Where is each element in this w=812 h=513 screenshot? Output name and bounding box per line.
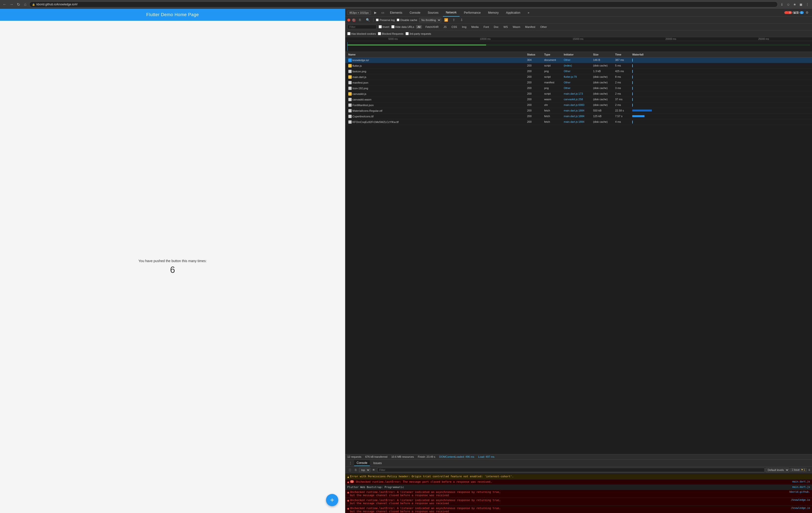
profile-icon[interactable]: ☺ [786, 2, 791, 7]
hide-data-urls-label[interactable]: Hide data URLs [391, 25, 414, 28]
filter-tag-css[interactable]: CSS [450, 25, 459, 29]
table-row[interactable]: KFOmCnqEu92Fr1Me5WZLCzYlKw.ttf 200 fetch… [345, 119, 812, 125]
header-time[interactable]: Time [614, 53, 631, 57]
search-icon[interactable]: 🔍 [365, 17, 371, 23]
tab-memory[interactable]: Memory [485, 9, 501, 17]
tab-console[interactable]: Console [407, 9, 423, 17]
console-menu-icon[interactable]: ⋮ [347, 460, 353, 466]
tab-network[interactable]: Network [443, 9, 460, 17]
star-icon[interactable]: ★ [792, 2, 797, 7]
issue-badge[interactable]: 1 Issue: ⚑ 1 [790, 468, 807, 472]
third-party-label[interactable]: 3rd-party requests [406, 32, 431, 35]
blocked-requests-label[interactable]: Blocked Requests [378, 32, 404, 35]
filter-tag-doc[interactable]: Doc [492, 25, 500, 29]
reload-button[interactable]: ↻ [16, 2, 21, 7]
invert-checkbox[interactable] [379, 25, 382, 28]
clear-button[interactable]: 🚫 [352, 19, 355, 22]
preserve-log-label[interactable]: Preserve log [376, 19, 395, 22]
console-content[interactable]: ▲ Error with Permissions-Policy header: … [345, 473, 812, 513]
hide-data-urls-checkbox[interactable] [391, 25, 395, 28]
has-blocked-cookies-checkbox[interactable] [347, 32, 350, 35]
header-type[interactable]: Type [543, 53, 563, 57]
extensions-icon[interactable]: ◼ [798, 2, 804, 7]
cell-initiator[interactable]: main.dart.js:1884 [563, 109, 592, 113]
filter-tag-manifest[interactable]: Manifest [524, 25, 537, 29]
blocked-requests-checkbox[interactable] [378, 32, 381, 35]
forward-button[interactable]: → [9, 2, 14, 7]
header-initiator[interactable]: Initiator [563, 53, 592, 57]
filter-input[interactable] [347, 25, 377, 29]
table-row[interactable]: canvaskit.js 200 script main.dart.js:173… [345, 91, 812, 97]
table-row[interactable]: manifest.json 200 manifest Other (disk c… [345, 80, 812, 86]
filter-tag-wasm[interactable]: Wasm [511, 25, 522, 29]
console-source-1[interactable]: main.dart.js [792, 480, 810, 483]
inspect-icon[interactable]: ▶ [373, 10, 378, 16]
address-bar[interactable]: 🔒 kborid.github.io/knowledge.io/#/ [29, 1, 778, 7]
disable-cache-checkbox[interactable] [397, 19, 399, 21]
cell-initiator[interactable]: flutter.js:79 [563, 75, 592, 79]
console-source-4[interactable]: /knowledge.io [791, 499, 810, 501]
console-tab-console[interactable]: Console [354, 460, 370, 466]
home-button[interactable]: ⌂ [23, 2, 28, 7]
throttle-select[interactable]: No throttling [419, 18, 441, 22]
console-filter-input[interactable] [377, 468, 764, 472]
levels-select[interactable]: Default levels [765, 468, 789, 472]
filter-tag-js[interactable]: JS [442, 25, 448, 29]
table-row[interactable]: Icon-192.png 200 png Other (disk cache) … [345, 86, 812, 91]
filter-tag-img[interactable]: Img [461, 25, 468, 29]
settings-gear-icon[interactable]: ⚙ [804, 10, 810, 16]
header-status[interactable]: Status [526, 53, 543, 57]
table-row[interactable]: favicon.png 200 png Other 1.3 kB 425 ms [345, 69, 812, 74]
tab-performance[interactable]: Performance [461, 9, 484, 17]
cell-initiator[interactable]: Other [563, 58, 592, 62]
tab-elements[interactable]: Elements [387, 9, 405, 17]
clear-console-icon[interactable]: ⎕ [347, 467, 352, 473]
tab-more[interactable]: » [525, 9, 532, 17]
filter-tag-fetch-xhr[interactable]: Fetch/XHR [424, 25, 440, 29]
network-table[interactable]: Name Status Type Initiator Size Time Wat… [345, 52, 812, 454]
eye-icon[interactable]: 👁 [371, 467, 376, 473]
console-filter-icon[interactable]: ⎘ [353, 467, 358, 473]
invert-label[interactable]: Invert [379, 25, 389, 28]
table-row[interactable]: canvaskit.wasm 200 wasm canvaskit.js:258… [345, 97, 812, 102]
console-source-3[interactable]: kborid.github. [789, 490, 810, 493]
console-tab-issues[interactable]: Issues [371, 460, 384, 466]
header-waterfall[interactable]: Waterfall [631, 53, 810, 57]
cell-initiator[interactable]: canvaskit.js:258 [563, 97, 592, 102]
table-row[interactable]: MaterialIcons-Regular.otf 200 fetch main… [345, 108, 812, 114]
disable-cache-label[interactable]: Disable cache [397, 19, 417, 22]
cell-initiator[interactable]: (index) [563, 64, 592, 68]
table-row[interactable]: FontManifest.json 200 xhr main.dart.js:6… [345, 102, 812, 108]
wifi-icon[interactable]: 📶 [443, 17, 449, 23]
header-name[interactable]: Name [347, 53, 526, 57]
download-icon[interactable]: ⇓ [779, 2, 785, 7]
cell-initiator[interactable]: Other [563, 86, 592, 90]
cell-initiator[interactable]: main.dart.js:1884 [563, 114, 592, 119]
header-size[interactable]: Size [592, 53, 614, 57]
back-button[interactable]: ← [2, 2, 7, 7]
console-source-2[interactable]: main.dart.js [792, 486, 810, 488]
table-row[interactable]: flutter.js 200 script (index) (disk cach… [345, 63, 812, 69]
table-row[interactable]: knowledge.io/ 304 document Other 146 B 3… [345, 57, 812, 63]
upload-icon[interactable]: ⇧ [451, 17, 457, 23]
cell-initiator[interactable]: main.dart.js:173 [563, 92, 592, 96]
cell-initiator[interactable]: main.dart.js:1884 [563, 120, 592, 124]
cell-initiator[interactable]: Other [563, 81, 592, 85]
filter-tag-font[interactable]: Font [482, 25, 490, 29]
menu-icon[interactable]: ⋮ [805, 2, 810, 7]
has-blocked-cookies-label[interactable]: Has blocked cookies [347, 32, 376, 35]
context-select[interactable]: top [359, 468, 370, 472]
table-row[interactable]: CupertinoIcons.ttf 200 fetch main.dart.j… [345, 114, 812, 119]
filter-tag-other[interactable]: Other [539, 25, 549, 29]
device-icon[interactable]: ▭ [380, 10, 386, 16]
fab-button[interactable]: + [326, 494, 338, 506]
table-row[interactable]: main.dart.js 200 script flutter.js:79 (d… [345, 74, 812, 80]
cell-initiator[interactable]: main.dart.js:6983 [563, 103, 592, 107]
timeline-graph[interactable] [345, 41, 812, 51]
tab-sources[interactable]: Sources [425, 9, 441, 17]
console-source-5[interactable]: /knowledge.io [791, 507, 810, 509]
tab-application[interactable]: Application [503, 9, 523, 17]
download-icon[interactable]: ⇩ [459, 17, 465, 23]
filter-icon[interactable]: ⎘ [357, 17, 363, 23]
filter-tag-media[interactable]: Media [470, 25, 480, 29]
